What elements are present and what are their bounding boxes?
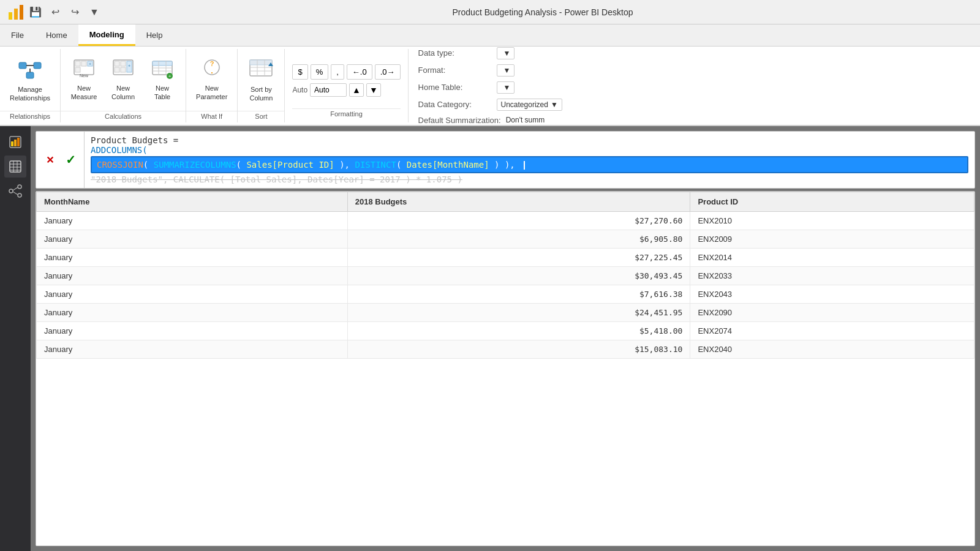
cell-month: January [37,340,348,359]
svg-rect-2 [20,5,23,20]
formula-controls: ✕ ✓ [36,132,85,188]
formula-line3: "2018 Budgets", CALCULATE( [Total Sales]… [91,174,968,184]
cell-month: January [37,212,348,230]
new-parameter-label: NewParameter [196,84,227,100]
new-table-icon: + [151,59,173,83]
cell-product-id: ENX2090 [690,304,974,322]
menu-modeling[interactable]: Modeling [78,24,135,46]
table-header: MonthName 2018 Budgets Product ID [37,192,974,212]
new-measure-button[interactable]: + New NewMeasure [66,56,102,103]
cell-budget: $27,270.60 [347,212,690,230]
decimal-decrease-button[interactable]: ←.0 [347,64,372,80]
save-button[interactable]: 💾 [27,4,44,21]
sidebar-model-icon[interactable] [4,180,26,202]
menu-file[interactable]: File [0,24,35,46]
ribbon-group-relationships: ManageRelationships Relationships [0,49,61,122]
comma-format-button[interactable]: , [331,64,344,80]
ribbon: ManageRelationships Relationships + New [0,47,980,126]
table-row: January $5,418.00 ENX2074 [37,322,974,340]
cell-month: January [37,285,348,304]
svg-point-50 [9,189,13,193]
svg-rect-41 [11,141,13,146]
formula-line1-text: ADDCOLUMNS( [91,145,148,155]
col-header-month[interactable]: MonthName [37,192,348,212]
new-parameter-icon: ? [201,59,223,83]
svg-rect-6 [26,72,34,78]
svg-rect-1 [14,9,18,20]
col-header-product[interactable]: Product ID [690,192,974,212]
spin-up-btn[interactable]: ▲ [349,83,364,97]
sort-by-column-button[interactable]: Sort byColumn [243,55,279,104]
data-table-container: MonthName 2018 Budgets Product ID Januar… [36,191,975,546]
dates-ref: Dates[MonthName] [407,160,489,170]
table-row: January $27,225.45 ENX2014 [37,249,974,267]
sort-group-label: Sort [238,111,284,121]
currency-format-button[interactable]: $ [292,64,307,80]
ribbon-group-sort: Sort byColumn Sort [238,49,285,122]
table-row: January $15,083.10 ENX2040 [37,340,974,359]
cell-product-id: ENX2009 [690,230,974,249]
new-parameter-button[interactable]: ? NewParameter [191,56,232,103]
formula-cancel-button[interactable]: ✕ [41,151,58,168]
svg-rect-9 [75,61,80,66]
undo-button[interactable]: ↩ [47,4,64,21]
new-column-icon: + [112,59,134,83]
col-header-budgets[interactable]: 2018 Budgets [347,192,690,212]
cell-budget: $5,418.00 [347,322,690,340]
decimal-increase-button[interactable]: .0→ [375,64,401,80]
customize-button[interactable]: ▼ [86,4,103,21]
menu-bar: File Home Modeling Help [0,24,980,47]
svg-rect-42 [14,140,17,146]
home-table-label: Home Table: [418,83,492,92]
home-table-row: Home Table: ▼ [418,81,970,94]
ribbon-group-whatif: ? NewParameter What If [186,49,238,122]
svg-rect-3 [19,62,26,69]
window-title: Product Budgeting Analysis - Power BI De… [110,7,975,17]
ribbon-properties-area: Data type: ▼ Format: ▼ Home Table: ▼ Dat… [409,49,980,122]
sidebar [0,126,31,551]
svg-rect-17 [121,61,126,66]
formula-content[interactable]: Product Budgets = ADDCOLUMNS( CROSSJOIN(… [85,132,974,188]
table-row: January $27,270.60 ENX2010 [37,212,974,230]
data-type-dropdown[interactable]: ▼ [497,47,515,59]
table-header-row: MonthName 2018 Budgets Product ID [37,192,974,212]
formula-line1: Product Budgets = ADDCOLUMNS( [91,135,968,155]
svg-text:+: + [128,64,130,68]
cell-product-id: ENX2014 [690,249,974,267]
menu-help[interactable]: Help [135,24,174,46]
manage-relationships-label: ManageRelationships [10,86,50,102]
new-measure-label: NewMeasure [71,84,97,100]
sales-ref: Sales[Product ID] [246,160,334,170]
home-table-dropdown[interactable]: ▼ [497,81,515,94]
percent-format-button[interactable]: % [311,64,329,80]
formula-confirm-button[interactable]: ✓ [62,151,79,168]
menu-home[interactable]: Home [35,24,78,46]
format-row: Format: ▼ [418,64,970,77]
new-column-button[interactable]: + NewColumn [105,56,141,103]
formula-highlighted-line[interactable]: CROSSJOIN( SUMMARIZECOLUMNS( Sales[Produ… [91,156,968,173]
sidebar-report-icon[interactable] [4,131,26,153]
spin-down-btn[interactable]: ▼ [366,83,381,97]
data-table: MonthName 2018 Budgets Product ID Januar… [36,192,974,359]
manage-relationships-button[interactable]: ManageRelationships [5,55,55,104]
cell-month: January [37,304,348,322]
cell-budget: $27,225.45 [347,249,690,267]
cell-budget: $7,616.38 [347,285,690,304]
manage-relationships-icon [18,58,42,84]
sidebar-data-icon[interactable] [4,156,26,178]
ribbon-group-calculations: + New NewMeasure + [61,49,186,122]
svg-rect-43 [17,138,20,146]
cell-budget: $6,905.80 [347,230,690,249]
default-summ-row: Default Summarization: Don't summ [418,116,970,125]
cell-product-id: ENX2043 [690,285,974,304]
format-auto-input[interactable] [310,83,347,97]
data-category-dropdown[interactable]: Uncategorized ▼ [497,99,562,111]
data-type-label: Data type: [418,48,492,58]
format-dropdown[interactable]: ▼ [497,64,515,77]
new-measure-icon: + New [73,59,95,83]
default-summ-value: Don't summ [506,116,545,124]
redo-button[interactable]: ↪ [66,4,83,21]
formula-name: Product Budgets = [91,135,178,145]
new-table-button[interactable]: + NewTable [144,56,181,103]
cell-budget: $24,451.95 [347,304,690,322]
